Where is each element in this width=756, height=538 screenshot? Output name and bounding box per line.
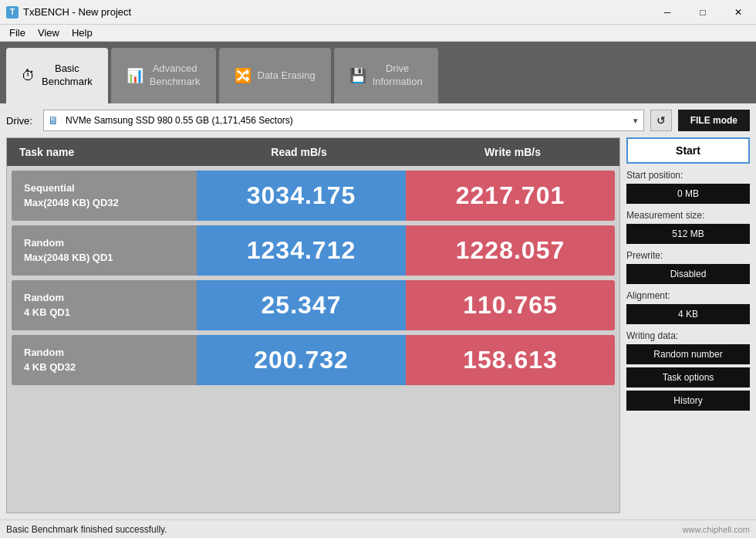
- bench-rows: SequentialMax(2048 KB) QD32 3034.175 221…: [7, 166, 619, 513]
- row-3-label: Random4 KB QD1: [12, 280, 197, 330]
- row-3-write: 110.765: [406, 280, 615, 330]
- start-position-value: 0 MB: [626, 184, 750, 204]
- main-content: Drive: 🖥 NVMe Samsung SSD 980 0.55 GB (1…: [0, 103, 756, 519]
- writing-data-value: Random number: [626, 344, 750, 364]
- row-4-write: 158.613: [406, 335, 615, 385]
- restore-button[interactable]: □: [685, 0, 721, 25]
- bench-header: Task name Read mB/s Write mB/s: [7, 138, 619, 166]
- prewrite-label: Prewrite:: [626, 250, 750, 261]
- tab-advanced-benchmark[interactable]: 📊 AdvancedBenchmark: [111, 48, 216, 103]
- start-position-label: Start position:: [626, 170, 750, 181]
- row-4-read: 200.732: [197, 335, 406, 385]
- table-row: SequentialMax(2048 KB) QD32 3034.175 221…: [12, 171, 615, 221]
- menu-view[interactable]: View: [32, 25, 66, 40]
- sidebar: Start Start position: 0 MB Measurement s…: [626, 137, 750, 513]
- drive-select-icon: 🖥: [48, 114, 59, 127]
- file-mode-button[interactable]: FILE mode: [678, 110, 750, 131]
- menu-help[interactable]: Help: [66, 25, 99, 40]
- history-button[interactable]: History: [626, 391, 750, 411]
- menu-file[interactable]: File: [3, 25, 32, 40]
- start-button[interactable]: Start: [626, 137, 750, 164]
- tab-advanced-benchmark-label: AdvancedBenchmark: [150, 63, 201, 89]
- row-2-label: RandomMax(2048 KB) QD1: [12, 225, 197, 276]
- title-text: TxBENCH - New project: [23, 6, 131, 18]
- table-row: Random4 KB QD32 200.732 158.613: [12, 335, 615, 385]
- status-bar: Basic Benchmark finished successfully. w…: [0, 519, 756, 538]
- minimize-button[interactable]: ─: [650, 0, 685, 25]
- alignment-label: Alignment:: [626, 290, 750, 301]
- tab-basic-benchmark-label: BasicBenchmark: [42, 63, 93, 89]
- refresh-button[interactable]: ↺: [650, 110, 672, 131]
- task-options-button[interactable]: Task options: [626, 367, 750, 387]
- table-row: Random4 KB QD1 25.347 110.765: [12, 280, 615, 330]
- tab-basic-benchmark[interactable]: ⏱ BasicBenchmark: [6, 48, 108, 103]
- tab-bar: ⏱ BasicBenchmark 📊 AdvancedBenchmark 🔀 D…: [0, 42, 756, 103]
- content-split: Task name Read mB/s Write mB/s Sequentia…: [6, 137, 750, 513]
- title-bar: T TxBENCH - New project ─ □ ✕: [0, 0, 756, 25]
- prewrite-value: Disabled: [626, 264, 750, 284]
- row-4-label: Random4 KB QD32: [12, 335, 197, 385]
- title-controls: ─ □ ✕: [650, 0, 756, 25]
- header-task: Task name: [7, 138, 192, 166]
- watermark: www.chiphell.com: [683, 525, 750, 534]
- table-row: RandomMax(2048 KB) QD1 1234.712 1228.057: [12, 225, 615, 276]
- data-erasing-icon: 🔀: [235, 67, 251, 84]
- drive-row: Drive: 🖥 NVMe Samsung SSD 980 0.55 GB (1…: [6, 110, 750, 131]
- menu-bar: File View Help: [0, 25, 756, 42]
- alignment-value: 4 KB: [626, 304, 750, 324]
- header-read: Read mB/s: [192, 138, 406, 166]
- row-3-read: 25.347: [197, 280, 406, 330]
- tab-drive-information-label: DriveInformation: [373, 63, 423, 89]
- header-write: Write mB/s: [406, 138, 619, 166]
- tab-data-erasing-label: Data Erasing: [258, 69, 316, 83]
- row-2-read: 1234.712: [197, 225, 406, 276]
- drive-label: Drive:: [6, 115, 37, 127]
- row-1-write: 2217.701: [406, 171, 615, 221]
- app-icon: T: [6, 6, 19, 19]
- tab-drive-information[interactable]: 💾 DriveInformation: [334, 48, 438, 103]
- measurement-size-label: Measurement size:: [626, 210, 750, 221]
- basic-benchmark-icon: ⏱: [22, 68, 35, 84]
- row-2-write: 1228.057: [406, 225, 615, 276]
- drive-select[interactable]: NVMe Samsung SSD 980 0.55 GB (1,171,456 …: [43, 110, 644, 131]
- drive-select-wrapper: 🖥 NVMe Samsung SSD 980 0.55 GB (1,171,45…: [43, 110, 644, 131]
- drive-information-icon: 💾: [349, 67, 366, 84]
- row-1-read: 3034.175: [197, 171, 406, 221]
- row-1-label: SequentialMax(2048 KB) QD32: [12, 171, 197, 221]
- close-button[interactable]: ✕: [721, 0, 756, 25]
- tab-data-erasing[interactable]: 🔀 Data Erasing: [219, 48, 331, 103]
- advanced-benchmark-icon: 📊: [127, 67, 143, 84]
- measurement-size-value: 512 MB: [626, 224, 750, 244]
- benchmark-area: Task name Read mB/s Write mB/s Sequentia…: [6, 137, 620, 513]
- writing-data-label: Writing data:: [626, 330, 750, 341]
- status-message: Basic Benchmark finished successfully.: [6, 524, 167, 535]
